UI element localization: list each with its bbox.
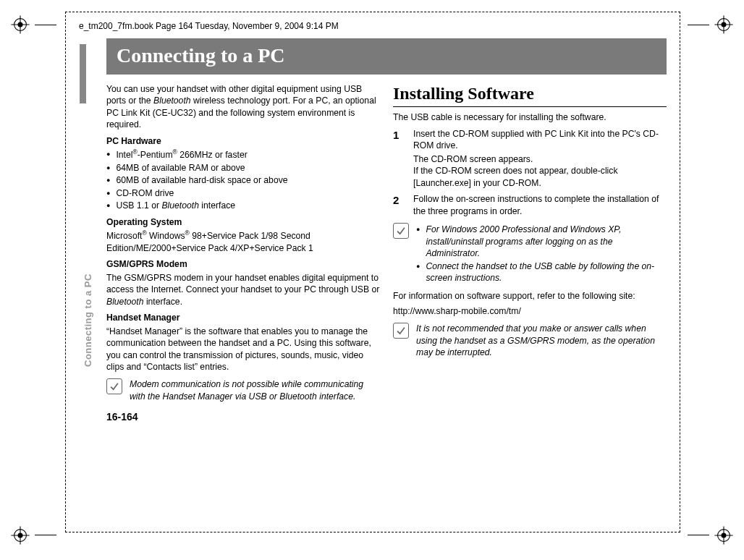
step-sub: If the CD-ROM screen does not appear, do… — [413, 165, 667, 189]
pc-hardware-heading: PC Hardware — [106, 135, 380, 147]
thumb-tab-bar — [80, 44, 86, 103]
note-item: Connect the handset to the USB cable by … — [426, 260, 667, 284]
installing-software-heading: Installing Software — [393, 82, 667, 107]
step-sub: The CD-ROM screen appears. — [413, 153, 667, 165]
handset-manager-text: “Handset Manager” is the software that e… — [106, 326, 380, 373]
note-item: For Windows 2000 Professional and Window… — [426, 224, 667, 259]
trim-line — [35, 25, 56, 25]
hw-item: 64MB of available RAM or above — [116, 162, 245, 174]
step-number: 1 — [393, 128, 405, 189]
bluetooth-term: Bluetooth — [153, 96, 191, 106]
list-item: ●CD-ROM drive — [106, 187, 380, 199]
note-block: Modem communication is not possible whil… — [106, 378, 380, 402]
right-column: Installing Software The USB cable is nec… — [393, 82, 667, 402]
svg-point-7 — [722, 533, 727, 538]
trim-line — [688, 25, 709, 25]
intro-text: You can use your handset with other digi… — [106, 83, 380, 131]
step-main: Insert the CD-ROM supplied with PC Link … — [413, 128, 667, 152]
crop-mark-tr — [714, 14, 734, 35]
trim-line — [688, 535, 709, 535]
page-frame: e_tm200_7fm.book Page 164 Tuesday, Novem… — [65, 12, 680, 533]
trim-line — [35, 535, 56, 535]
bullet-icon: ● — [106, 200, 110, 211]
svg-point-5 — [18, 533, 23, 538]
handset-manager-heading: Handset Manager — [106, 312, 380, 323]
check-icon — [393, 323, 409, 339]
note-list: ●For Windows 2000 Professional and Windo… — [416, 223, 667, 284]
install-intro: The USB cable is necessary for installin… — [393, 111, 667, 123]
hw-item: CD-ROM drive — [116, 187, 174, 199]
hw-item: 60MB of available hard-disk space or abo… — [116, 174, 287, 186]
bullet-icon: ● — [106, 162, 110, 174]
hw-item: USB 1.1 or Bluetooth interface — [116, 200, 235, 211]
note-text: Modem communication is not possible whil… — [130, 378, 380, 402]
text-run: The GSM/GPRS modem in your handset enabl… — [106, 273, 379, 294]
check-icon — [106, 378, 122, 394]
running-header: e_tm200_7fm.book Page 164 Tuesday, Novem… — [79, 21, 667, 31]
note-block: It is not recommended that you make or a… — [393, 323, 667, 358]
check-icon — [393, 223, 409, 239]
list-item: ●60MB of available hard-disk space or ab… — [106, 174, 380, 186]
text-run: interface. — [144, 297, 183, 307]
step-2: 2 Follow the on-screen instructions to c… — [393, 193, 667, 217]
svg-point-3 — [722, 22, 727, 27]
os-heading: Operating System — [106, 216, 380, 228]
list-item: ●64MB of available RAM or above — [106, 162, 380, 174]
bullet-icon: ● — [106, 174, 110, 186]
bullet-icon: ● — [416, 224, 420, 259]
chapter-title: Connecting to a PC — [106, 38, 667, 73]
support-url: http://www.sharp-mobile.com/tm/ — [393, 305, 667, 317]
bullet-icon: ● — [106, 148, 110, 161]
chapter-title-bar: Connecting to a PC — [106, 38, 667, 75]
step-body: Insert the CD-ROM supplied with PC Link … — [413, 128, 667, 189]
list-item: ●Intel®-Pentium® 266MHz or faster — [106, 148, 380, 161]
crop-mark-tl — [10, 14, 30, 35]
modem-text: The GSM/GPRS modem in your handset enabl… — [106, 272, 380, 307]
note-text: It is not recommended that you make or a… — [416, 323, 667, 358]
bullet-icon: ● — [106, 187, 110, 199]
bluetooth-term: Bluetooth — [106, 297, 144, 307]
side-tab-label: Connecting to a PC — [83, 273, 93, 367]
note-block: ●For Windows 2000 Professional and Windo… — [393, 223, 667, 284]
crop-mark-bl — [10, 525, 30, 546]
step-body: Follow the on-screen instructions to com… — [413, 193, 667, 217]
step-1: 1 Insert the CD-ROM supplied with PC Lin… — [393, 128, 667, 189]
bullet-icon: ● — [416, 260, 420, 284]
page-number: 16-164 — [106, 411, 667, 423]
list-item: ●USB 1.1 or Bluetooth interface — [106, 200, 380, 211]
support-text: For information on software support, ref… — [393, 290, 667, 302]
modem-heading: GSM/GPRS Modem — [106, 258, 380, 270]
crop-mark-br — [714, 525, 734, 546]
hw-item: Intel®-Pentium® 266MHz or faster — [116, 148, 247, 161]
svg-point-1 — [18, 22, 23, 27]
os-text: Microsoft® Windows® 98+Service Pack 1/98… — [106, 229, 380, 254]
step-number: 2 — [393, 193, 405, 217]
left-column: You can use your handset with other digi… — [106, 82, 380, 402]
